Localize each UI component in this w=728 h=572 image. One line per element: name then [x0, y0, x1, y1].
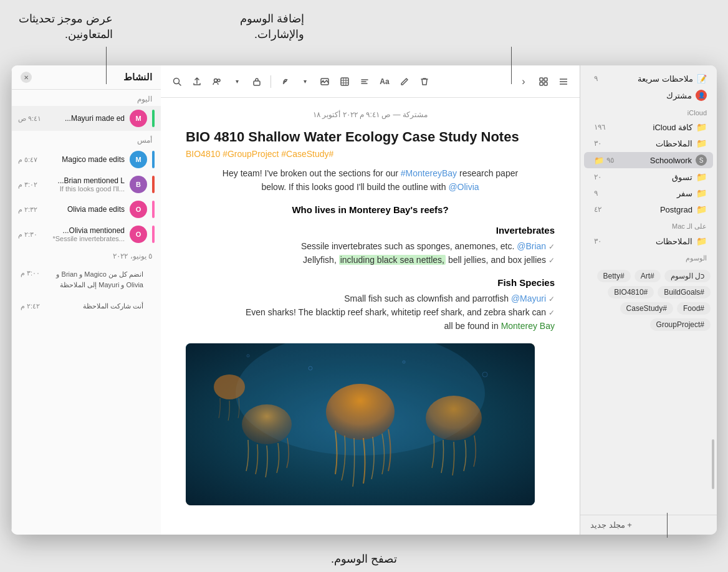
search-button[interactable] — [168, 73, 186, 90]
tag-casestudy[interactable]: #CaseStudy — [620, 302, 673, 315]
dropdown-button[interactable]: ▾ — [228, 73, 246, 90]
svg-rect-15 — [540, 78, 543, 81]
sidebar-count-quick-notes: ٩ — [594, 74, 598, 83]
sidebar-item-all-icloud[interactable]: 📁 كافة iCloud ١٩٦ — [584, 120, 713, 135]
tag-betty[interactable]: #Betty — [597, 270, 631, 282]
sub2-line2: Even sharks! The blacktip reef shark, wh… — [186, 305, 555, 319]
folder-icon-schoolwork: 📁 — [594, 156, 604, 165]
svg-point-27 — [214, 374, 245, 399]
sidebar-item-notes-icloud[interactable]: 📁 الملاحظات ٣٠ — [584, 136, 713, 151]
activity-preview-4: ...Sessile invertebrates* — [42, 235, 125, 242]
annotation-tags-title: إضافة الوسوم — [240, 12, 304, 25]
svg-line-1 — [179, 83, 181, 85]
tag-bio4810[interactable]: #BIO4810 — [608, 286, 654, 298]
activity-item-2[interactable]: B Brian mentioned L... ...If this looks … — [12, 172, 161, 197]
activity-bar-2 — [152, 176, 155, 193]
svg-point-2 — [214, 79, 218, 82]
folder-icon-all-icloud: 📁 — [696, 122, 707, 132]
sidebar-item-schoolwork[interactable]: S Schoolwork ٩٥ 📁 — [584, 152, 713, 168]
activity-item-joined[interactable]: انضم كل من Magico و Brian و Olivia و May… — [12, 263, 161, 296]
main-window: 📝 ملاحظات سريعة ٩ 👤 مشترك iCloud 📁 كافة … — [11, 65, 717, 535]
new-folder-button[interactable]: + مجلد جديد — [580, 515, 717, 535]
activity-item-shared[interactable]: أنت شاركت الملاحظة ٢:٤٢ م — [12, 296, 161, 317]
grid-button[interactable] — [535, 73, 552, 90]
activity-close-button[interactable]: ✕ — [21, 72, 32, 83]
share-button[interactable] — [188, 73, 206, 90]
activity-date-old: ٥ يونيو، ٢٠٢٢ — [12, 247, 161, 263]
sidebar-label-postgrad: Postgrad — [660, 205, 692, 214]
font-button[interactable]: Aa — [376, 73, 393, 90]
tag-all[interactable]: כل الوسوم — [664, 270, 711, 282]
media-button[interactable] — [316, 73, 333, 90]
shared-avatar: 👤 — [696, 90, 707, 101]
highlight-monterey-bay: Monterey Bay — [501, 321, 555, 331]
activity-shared-text: أنت شاركت الملاحظة — [45, 298, 152, 314]
compose-button[interactable] — [396, 73, 413, 90]
activity-content-2: Brian mentioned L... ...If this looks go… — [42, 176, 125, 193]
collab-button[interactable] — [208, 73, 226, 90]
activity-bar-0 — [152, 110, 155, 127]
annotation-activity-subtitle: المتعاونين. — [65, 28, 113, 41]
activity-item-4[interactable]: O Olivia mentioned... ...Sessile inverte… — [12, 222, 161, 247]
sub2-title: Fish Species — [186, 277, 555, 288]
forward-button[interactable]: › — [515, 73, 532, 90]
note-tags: BIO4810 #GroupProject #CaseStudy# — [186, 149, 555, 159]
tag-groupproject[interactable]: #GroupProject — [650, 318, 711, 331]
annotation-tags-subtitle: والإشارات. — [254, 28, 304, 41]
tags-section: כل الوسوم #Art #Betty #BuildGoals #BIO48… — [580, 265, 717, 336]
delete-button[interactable] — [416, 73, 433, 90]
link-dropdown[interactable]: ▾ — [296, 73, 314, 90]
activity-bar-3 — [152, 201, 155, 218]
activity-bar-4 — [152, 226, 155, 243]
sidebar-item-quick-notes[interactable]: 📝 ملاحظات سريعة ٩ — [584, 71, 713, 86]
sidebar-item-notes-mac[interactable]: 📁 الملاحظات ٣٠ — [584, 234, 713, 249]
note-area[interactable]: مشتركة — ص ٩:٤١ م ٢٠٢٢ أكتوبر ١٨ BIO 481… — [161, 98, 580, 535]
activity-avatar-0: M — [130, 110, 147, 127]
toolbar-right: › — [515, 73, 572, 90]
toolbar-sep-1 — [271, 75, 271, 88]
svg-rect-17 — [540, 82, 543, 85]
note-meta: مشتركة — ص ٩:٤١ م ٢٠٢٢ أكتوبر ١٨ — [186, 110, 555, 119]
annotation-activity-title: عرض موجز تحديثات — [19, 12, 113, 25]
sidebar-item-shared[interactable]: 👤 مشترك — [584, 87, 713, 103]
activity-item-0[interactable]: M Mayuri made ed... ٩:٤١ ص — [12, 106, 161, 131]
sidebar-item-postgrad[interactable]: 📁 Postgrad ٤٢ — [584, 202, 713, 217]
link-button[interactable] — [276, 73, 294, 90]
sidebar-label-schoolwork: Schoolwork — [650, 156, 692, 165]
activity-item-3[interactable]: O Olivia made edits ٢:٣٢ م — [12, 197, 161, 222]
annotation-tags-browse: تصفح الوسوم. — [331, 553, 397, 565]
activity-item-1[interactable]: M Magico made edits ٥:٤٧ م — [12, 147, 161, 172]
sub1-line1: Sessile invertebrates such as sponges, a… — [186, 239, 555, 253]
sidebar-item-shopping[interactable]: 📁 تسوق ٢٠ — [584, 169, 713, 184]
activity-name-2: Brian mentioned L... — [42, 176, 125, 185]
folder-icon-shopping: 📁 — [696, 172, 707, 182]
activity-time-4: ٢:٣٠ م — [18, 231, 37, 239]
activity-preview-2: ...If this looks good l'll — [42, 185, 125, 193]
sidebar-label-shopping: تسوق — [672, 173, 692, 182]
sidebar-count-travel: ٩ — [594, 189, 598, 198]
tag-art[interactable]: #Art — [635, 270, 661, 282]
format-button[interactable] — [356, 73, 373, 90]
note-intro: Hey team! I've broken out the sections f… — [186, 166, 555, 194]
folder-icon-notes-mac: 📁 — [696, 236, 707, 246]
note-title: BIO 4810 Shallow Water Ecology Case Stud… — [186, 129, 555, 145]
sidebar-item-travel[interactable]: 📁 سفر ٩ — [584, 186, 713, 201]
note-image — [186, 343, 535, 505]
svg-rect-18 — [544, 82, 547, 85]
sidebar-count-notes-mac: ٣٠ — [594, 237, 601, 245]
activity-time-0: ٩:٤١ ص — [18, 115, 41, 123]
mention-brian: @Brian — [517, 241, 546, 251]
sidebar-scrollbar[interactable] — [712, 439, 714, 489]
highlight-sea-nettles: including black sea nettles, — [339, 255, 446, 265]
table-button[interactable] — [336, 73, 353, 90]
activity-avatar-2: B — [130, 176, 147, 193]
tag-food[interactable]: #Food — [677, 302, 711, 315]
list-view-button[interactable] — [555, 73, 572, 90]
activity-content-1: Magico made edits — [42, 155, 125, 164]
lock-button[interactable] — [248, 73, 266, 90]
tag-buildgoals[interactable]: #BuildGoals — [658, 286, 711, 298]
sidebar-count-notes-icloud: ٣٠ — [594, 139, 601, 148]
sidebar-label-notes-mac: الملاحظات — [656, 237, 692, 246]
activity-avatar-1: M — [130, 151, 147, 168]
sidebar-label-shared: مشترك — [666, 91, 692, 100]
